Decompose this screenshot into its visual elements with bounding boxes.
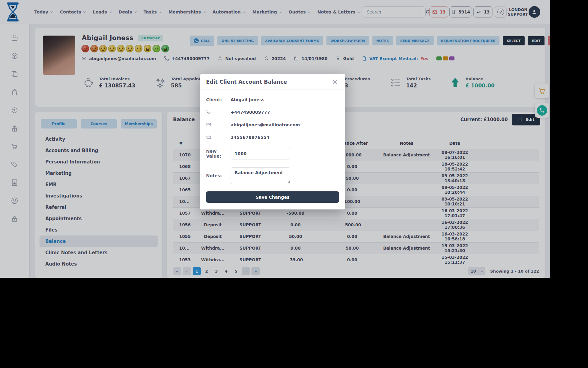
phone-icon [206,109,231,115]
mail-icon [206,122,231,127]
modal-title: Edit Client Account Balance [206,79,287,85]
notes-input[interactable]: Balance Adjustment [231,167,290,184]
new-value-label: New Value: [206,149,231,159]
card-icon [206,135,231,140]
modal-client-card: 3455678976554 [231,135,270,140]
notes-label: Notes: [206,173,231,178]
modal-client-name: Abigail Joness [231,97,265,102]
new-value-input[interactable] [231,148,290,159]
modal-client-email: abigailjones@mailinator.com [231,122,300,127]
app-window: TodayContactsLeadsDealsTasksMembershipsA… [0,0,550,278]
save-changes-button[interactable]: Save Changes [206,191,339,203]
modal-client-phone: +447490009777 [231,110,270,115]
edit-balance-modal: Edit Client Account Balance × Client: Ab… [200,74,345,209]
close-icon[interactable]: × [330,78,340,86]
client-label: Client: [206,97,231,102]
